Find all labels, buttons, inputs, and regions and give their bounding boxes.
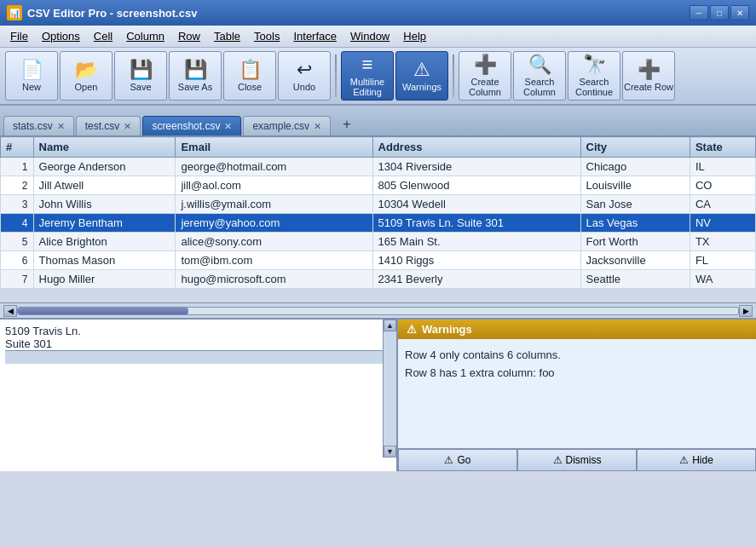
cell-state[interactable]: CO	[690, 176, 755, 195]
save-button[interactable]: 💾 Save	[114, 51, 167, 101]
tab-test[interactable]: test.csv ✕	[76, 116, 141, 135]
cell-city[interactable]: Fort Worth	[580, 233, 690, 251]
scroll-track[interactable]	[17, 307, 739, 315]
menu-column[interactable]: Column	[119, 28, 171, 44]
tab-screenshot[interactable]: screenshot.csv ✕	[142, 116, 241, 135]
save-as-button[interactable]: 💾 Save As	[169, 51, 222, 101]
cell-name[interactable]: Hugo Miller	[33, 270, 176, 289]
title-bar-controls[interactable]: ─ □ ✕	[690, 5, 749, 20]
minimize-button[interactable]: ─	[690, 5, 708, 20]
cell-num[interactable]: 3	[1, 195, 34, 214]
cell-address[interactable]: 5109 Travis Ln. Suite 301	[372, 214, 580, 233]
cell-address[interactable]: 1410 Riggs	[372, 251, 580, 270]
warnings-button[interactable]: ⚠ Warnings	[395, 51, 448, 101]
create-row-button[interactable]: ➕ Create Row	[622, 51, 675, 101]
cell-email[interactable]: jeremy@yahoo.com	[176, 214, 372, 233]
new-button[interactable]: 📄 New	[5, 51, 58, 101]
maximize-button[interactable]: □	[710, 5, 729, 20]
dismiss-button[interactable]: ⚠ Dismiss	[517, 449, 637, 471]
cell-num[interactable]: 5	[1, 233, 34, 251]
cell-address[interactable]: 10304 Wedell	[372, 195, 580, 214]
go-button[interactable]: ⚠ Go	[398, 449, 517, 471]
cell-editor-scrollbar[interactable]: ▲ ▼	[383, 320, 396, 458]
scroll-right-arrow[interactable]: ▶	[739, 305, 753, 317]
table-row[interactable]: 3 John Willis j.willis@ymail.com 10304 W…	[1, 195, 756, 214]
col-header-city[interactable]: City	[580, 137, 690, 158]
menu-help[interactable]: Help	[396, 28, 433, 44]
cell-address[interactable]: 805 Glenwood	[372, 176, 580, 195]
cell-email[interactable]: alice@sony.com	[176, 233, 372, 251]
cell-num[interactable]: 7	[1, 270, 34, 289]
cell-name[interactable]: John Willis	[33, 195, 176, 214]
col-header-name[interactable]: Name	[33, 137, 176, 158]
menu-cell[interactable]: Cell	[87, 28, 119, 44]
cell-city[interactable]: San Jose	[580, 195, 690, 214]
cell-num[interactable]: 4	[1, 214, 34, 233]
scroll-left-arrow[interactable]: ◀	[3, 305, 17, 317]
tab-stats-close[interactable]: ✕	[57, 121, 65, 132]
cell-name[interactable]: Jill Atwell	[33, 176, 176, 195]
cell-city[interactable]: Jacksonville	[580, 251, 690, 270]
menu-interface[interactable]: Interface	[286, 28, 343, 44]
cell-editor[interactable]: 5109 Travis Ln. Suite 301 ▲ ▼	[0, 320, 398, 471]
table-row[interactable]: 1 George Anderson george@hotmail.com 130…	[1, 158, 756, 176]
cell-name[interactable]: Thomas Mason	[33, 251, 176, 270]
undo-button[interactable]: ↩ Undo	[278, 51, 331, 101]
scroll-thumb[interactable]	[18, 308, 188, 314]
cell-email[interactable]: tom@ibm.com	[176, 251, 372, 270]
col-header-address[interactable]: Address	[372, 137, 580, 158]
cell-state[interactable]: NV	[690, 214, 755, 233]
cell-name[interactable]: George Anderson	[33, 158, 176, 176]
cell-num[interactable]: 1	[1, 158, 34, 176]
hide-button[interactable]: ⚠ Hide	[637, 449, 756, 471]
cell-address[interactable]: 1304 Riverside	[372, 158, 580, 176]
create-column-button[interactable]: ➕ Create Column	[459, 51, 511, 101]
col-header-email[interactable]: Email	[176, 137, 372, 158]
cell-email[interactable]: george@hotmail.com	[176, 158, 372, 176]
search-continue-button[interactable]: 🔭 Search Continue	[568, 51, 620, 101]
menu-tools[interactable]: Tools	[247, 28, 286, 44]
cell-name[interactable]: Jeremy Bentham	[33, 214, 176, 233]
horizontal-scrollbar[interactable]: ◀ ▶	[0, 302, 756, 318]
cell-city[interactable]: Seattle	[580, 270, 690, 289]
menu-table[interactable]: Table	[207, 28, 247, 44]
cell-state[interactable]: TX	[690, 233, 755, 251]
tab-example-close[interactable]: ✕	[314, 121, 321, 132]
table-row[interactable]: 5 Alice Brighton alice@sony.com 165 Main…	[1, 233, 756, 251]
cell-num[interactable]: 6	[1, 251, 34, 270]
menu-options[interactable]: Options	[35, 28, 87, 44]
col-header-state[interactable]: State	[690, 137, 755, 158]
cell-city[interactable]: Las Vegas	[580, 214, 690, 233]
table-row[interactable]: 4 Jeremy Bentham jeremy@yahoo.com 5109 T…	[1, 214, 756, 233]
tab-stats[interactable]: stats.csv ✕	[3, 116, 74, 135]
close-button[interactable]: 📋 Close	[223, 51, 276, 101]
cell-name[interactable]: Alice Brighton	[33, 233, 176, 251]
tab-example[interactable]: example.csv ✕	[243, 116, 331, 135]
tab-screenshot-close[interactable]: ✕	[224, 121, 232, 132]
cell-email[interactable]: hugo@microsoft.com	[176, 270, 372, 289]
add-tab-button[interactable]: +	[336, 113, 357, 135]
cell-address[interactable]: 165 Main St.	[372, 233, 580, 251]
search-column-button[interactable]: 🔍 Search Column	[513, 51, 566, 101]
scroll-up-arrow[interactable]: ▲	[384, 320, 396, 331]
menu-row[interactable]: Row	[171, 28, 207, 44]
cell-state[interactable]: FL	[690, 251, 755, 270]
close-button[interactable]: ✕	[730, 5, 749, 20]
cell-email[interactable]: j.willis@ymail.com	[176, 195, 372, 214]
cell-city[interactable]: Chicago	[580, 158, 690, 176]
table-row[interactable]: 2 Jill Atwell jill@aol.com 805 Glenwood …	[1, 176, 756, 195]
cell-state[interactable]: CA	[690, 195, 755, 214]
cell-num[interactable]: 2	[1, 176, 34, 195]
col-header-num[interactable]: #	[1, 137, 34, 158]
table-row[interactable]: 6 Thomas Mason tom@ibm.com 1410 Riggs Ja…	[1, 251, 756, 270]
multiline-button[interactable]: ≡ Multiline Editing	[341, 51, 394, 101]
tab-test-close[interactable]: ✕	[124, 121, 131, 132]
open-button[interactable]: 📂 Open	[60, 51, 113, 101]
cell-address[interactable]: 2341 Beverly	[372, 270, 580, 289]
cell-state[interactable]: IL	[690, 158, 755, 176]
cell-editor-bottom-scroll[interactable]	[5, 350, 391, 364]
menu-window[interactable]: Window	[343, 28, 396, 44]
cell-state[interactable]: WA	[690, 270, 755, 289]
scroll-down-arrow[interactable]: ▼	[384, 446, 396, 458]
menu-file[interactable]: File	[3, 28, 35, 44]
